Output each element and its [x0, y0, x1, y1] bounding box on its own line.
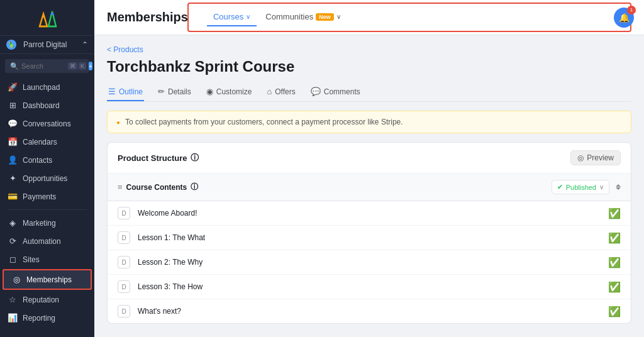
- course-contents-title: ≡ Course Contents ⓘ: [118, 182, 198, 192]
- tab-courses-label: Courses: [213, 12, 243, 21]
- content-area: Products Torchbankz Sprint Course ☰ Outl…: [94, 35, 644, 337]
- content-tab-details[interactable]: ✏ Details: [157, 83, 192, 101]
- tab-courses[interactable]: Courses ∨: [207, 8, 257, 26]
- lesson-type-badge: D: [118, 305, 130, 318]
- sidebar-label-calendars: Calendars: [23, 138, 57, 146]
- product-structure-title: Product Structure ⓘ: [118, 152, 199, 163]
- sidebar-label-automation: Automation: [23, 237, 61, 246]
- logo: [0, 0, 94, 35]
- notification-badge: 1: [627, 6, 636, 14]
- sidebar-label-payments: Payments: [23, 192, 56, 201]
- course-contents-info-icon: ⓘ: [191, 182, 198, 192]
- preview-icon: ◎: [577, 153, 584, 162]
- sidebar-item-marketing[interactable]: ◈ Marketing: [0, 214, 94, 232]
- published-dropdown[interactable]: ✔ Published ∨: [552, 180, 609, 194]
- preview-button[interactable]: ◎ Preview: [570, 150, 621, 165]
- sidebar-label-opportunities: Opportunities: [23, 174, 67, 183]
- course-title: Torchbankz Sprint Course: [107, 58, 631, 75]
- sidebar-item-sites[interactable]: ◻ Sites: [0, 250, 94, 268]
- details-icon: ✏: [158, 87, 165, 96]
- lesson-status-icon: ✅: [608, 232, 621, 244]
- lesson-row[interactable]: D Lesson 2: The Why ✅: [108, 250, 631, 275]
- sidebar-label-contacts: Contacts: [23, 156, 52, 165]
- sidebar-item-contacts[interactable]: 👤 Contacts: [0, 151, 94, 169]
- lesson-type-badge: D: [118, 207, 130, 219]
- alert-dot-icon: ●: [116, 119, 120, 126]
- lesson-type-badge: D: [118, 256, 130, 268]
- lesson-row[interactable]: D What's next? ✅: [108, 299, 631, 323]
- tab-communities-label: Communities: [265, 12, 313, 21]
- account-chevron: ⌃: [82, 40, 88, 49]
- lesson-row[interactable]: D Lesson 1: The What ✅: [108, 226, 631, 250]
- outline-icon: ☰: [108, 87, 116, 96]
- sidebar-label-sites: Sites: [23, 255, 40, 264]
- search-shortcut: ⌘ K: [68, 62, 86, 70]
- lesson-row[interactable]: D Lesson 3: The How ✅: [108, 275, 631, 299]
- product-structure-info-icon: ⓘ: [191, 152, 199, 163]
- search-bar[interactable]: 🔍 ⌘ K +: [5, 59, 89, 73]
- notification-icon-symbol: 🔔: [619, 13, 630, 23]
- sidebar-label-memberships: Memberships: [26, 275, 72, 284]
- reporting-icon: 📊: [8, 313, 18, 323]
- content-tabs: ☰ Outline ✏ Details ◉ Customize ⌂ Offers…: [107, 83, 631, 102]
- lesson-name: Welcome Aboard!: [138, 209, 601, 218]
- svg-marker-5: [50, 11, 54, 15]
- shortcut-cmd: ⌘: [68, 62, 77, 70]
- lesson-name: Lesson 2: The Why: [138, 258, 601, 267]
- content-tab-comments[interactable]: 💬 Comments: [309, 83, 362, 101]
- top-right-area: 🔔 1: [614, 8, 634, 28]
- lesson-status-icon: ✅: [608, 207, 621, 219]
- alert-message: To collect payments from your customers,…: [125, 118, 403, 126]
- hamburger-icon: ≡: [118, 182, 123, 192]
- payments-icon: 💳: [8, 192, 18, 201]
- page-title: Memberships: [107, 10, 188, 25]
- logo-arrows: [35, 9, 60, 29]
- account-icon: 🦜: [6, 40, 16, 50]
- sidebar-label-launchpad: Launchpad: [23, 83, 60, 92]
- contacts-icon: 👤: [8, 155, 18, 165]
- lesson-status-icon: ✅: [608, 306, 621, 318]
- sidebar-label-reporting: Reporting: [23, 314, 55, 323]
- sidebar-nav: 🚀 Launchpad ⊞ Dashboard 💬 Conversations …: [0, 75, 94, 337]
- tab-communities[interactable]: Communities New ∨: [259, 8, 347, 26]
- sidebar-item-conversations[interactable]: 💬 Conversations: [0, 114, 94, 133]
- shortcut-k: K: [79, 62, 86, 70]
- comments-icon: 💬: [311, 87, 321, 96]
- sidebar-item-calendars[interactable]: 📅 Calendars: [0, 133, 94, 151]
- sidebar-label-dashboard: Dashboard: [23, 101, 60, 110]
- sidebar-item-memberships[interactable]: ◎ Memberships: [3, 269, 92, 290]
- published-chevron-icon: ∨: [599, 184, 604, 191]
- sort-up-icon: [616, 184, 621, 187]
- content-tab-customize[interactable]: ◉ Customize: [205, 83, 253, 101]
- marketing-icon: ◈: [8, 218, 18, 228]
- alert-banner: ● To collect payments from your customer…: [107, 111, 631, 133]
- sort-arrows[interactable]: [616, 184, 621, 190]
- sidebar-item-dashboard[interactable]: ⊞ Dashboard: [0, 96, 94, 114]
- offers-icon: ⌂: [267, 87, 272, 96]
- search-input[interactable]: [21, 62, 65, 70]
- account-switcher[interactable]: 🦜 Parrot Digital ⌃: [0, 35, 94, 54]
- sidebar-item-launchpad[interactable]: 🚀 Launchpad: [0, 78, 94, 96]
- lesson-row[interactable]: D Welcome Aboard! ✅: [108, 201, 631, 226]
- communities-chevron-icon: ∨: [336, 13, 341, 20]
- sidebar-item-reputation[interactable]: ☆ Reputation: [0, 290, 94, 309]
- preview-label: Preview: [587, 153, 614, 162]
- sidebar-item-opportunities[interactable]: ✦ Opportunities: [0, 169, 94, 187]
- lesson-status-icon: ✅: [608, 257, 621, 268]
- sidebar-item-reporting[interactable]: 📊 Reporting: [0, 309, 94, 327]
- breadcrumb[interactable]: Products: [107, 45, 631, 54]
- notification-button[interactable]: 🔔 1: [614, 8, 634, 28]
- lesson-name: Lesson 1: The What: [138, 233, 601, 242]
- content-tab-offers[interactable]: ⌂ Offers: [265, 83, 296, 101]
- lesson-type-badge: D: [118, 280, 130, 293]
- sidebar: 🦜 Parrot Digital ⌃ 🔍 ⌘ K + 🚀 Launchpad ⊞…: [0, 0, 94, 337]
- sidebar-item-payments[interactable]: 💳 Payments: [0, 187, 94, 206]
- launchpad-icon: 🚀: [8, 82, 18, 92]
- opportunities-icon: ✦: [8, 174, 18, 183]
- content-tab-outline[interactable]: ☰ Outline: [107, 83, 144, 101]
- sidebar-item-automation[interactable]: ⟳ Automation: [0, 232, 94, 250]
- comments-tab-label: Comments: [324, 87, 360, 96]
- sidebar-add-button[interactable]: +: [89, 62, 92, 70]
- memberships-icon: ◎: [11, 275, 21, 284]
- sidebar-divider: [8, 209, 87, 210]
